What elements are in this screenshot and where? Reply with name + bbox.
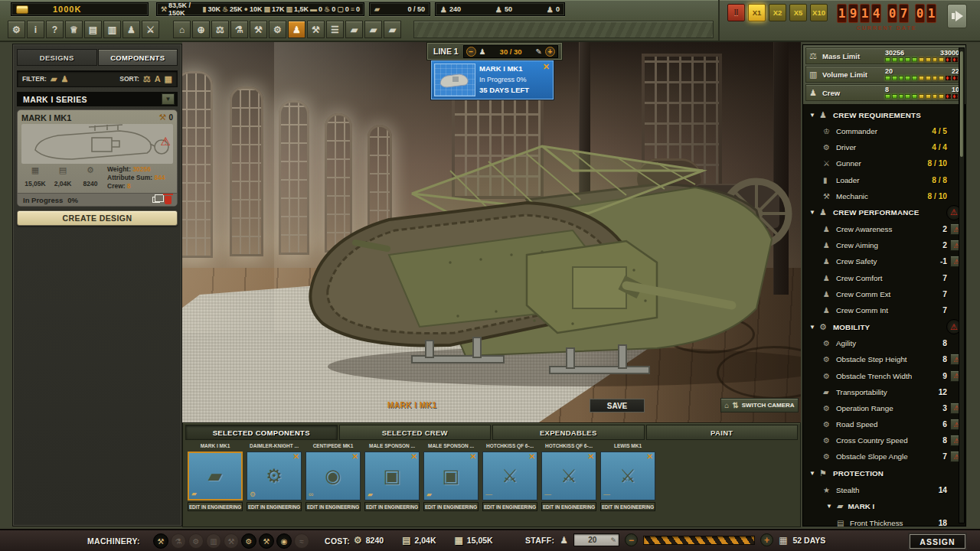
hangar-viewport[interactable]: LINE 1 − ♟ 30 / 30 ✎ + MARK I MK1 In Pro… — [182, 42, 801, 422]
decrease-capacity-button[interactable]: − — [466, 47, 476, 57]
increase-capacity-button[interactable]: + — [545, 47, 555, 57]
component-card-hotchkiss-qf-6[interactable]: HOTCHKISS QF 6-... ✕ ⚔ — EDIT IN ENGINEE… — [482, 443, 537, 511]
section-protection[interactable]: ▼ ⚑ PROTECTION — [803, 465, 965, 482]
toolbar-maintenance-button[interactable]: ⚙ — [269, 21, 286, 38]
chevron-down-icon[interactable]: ▼ — [809, 470, 815, 477]
toolbar-market-button[interactable]: ⚖ — [211, 21, 229, 38]
toolbar-newspaper-button[interactable]: ▤ — [84, 21, 102, 38]
toolbar-tank-add-button[interactable]: ▰ — [364, 21, 382, 38]
remove-component-icon[interactable]: ✕ — [470, 452, 476, 461]
component-card-mark-i-mk1[interactable]: MARK I MK1 ▰ ▰ EDIT IN ENGINEERING — [188, 443, 243, 511]
save-button[interactable]: SAVE — [590, 399, 645, 412]
tab-selected-crew[interactable]: SELECTED CREW — [339, 425, 492, 440]
tab-expendables[interactable]: EXPENDABLES — [492, 425, 645, 440]
edit-in-engineering-button[interactable]: EDIT IN ENGINEERING — [364, 502, 420, 511]
mark-i-tank-model[interactable] — [297, 140, 801, 393]
edit-line-icon[interactable]: ✎ — [536, 47, 542, 56]
chevron-down-icon[interactable]: ▼ — [826, 503, 832, 510]
edit-in-engineering-button[interactable]: EDIT IN ENGINEERING — [600, 502, 655, 511]
toolbar-tank-park-button[interactable]: ▰ — [345, 21, 363, 38]
section-crew-requirements[interactable]: ▼ ♟ CREW REQUIREMENTS — [803, 106, 965, 123]
speed-x5-button[interactable]: X5 — [789, 4, 807, 21]
section-mobility[interactable]: ▼ ⚙ MOBILITY ⚠ — [803, 318, 965, 335]
toolbar-world-map-button[interactable]: ⊕ — [192, 21, 210, 38]
machine-press-icon[interactable]: ⚙ — [241, 533, 256, 549]
chevron-down-icon[interactable]: ▼ — [809, 324, 815, 331]
toolbar-tank-remove-button[interactable]: ▰ — [384, 21, 401, 38]
subsection-mark-i[interactable]: ▼ ▰ MARK I — [803, 498, 965, 515]
component-image[interactable]: ✕ ⚔ — — [482, 452, 537, 500]
scrollbar-thumb[interactable] — [960, 51, 963, 157]
machine-furnace-icon[interactable]: ▥ — [206, 533, 221, 549]
edit-in-engineering-button[interactable]: EDIT IN ENGINEERING — [188, 502, 243, 511]
tab-components[interactable]: COMPONENTS — [98, 49, 178, 66]
chevron-down-icon[interactable]: ▼ — [809, 209, 815, 216]
tab-designs[interactable]: DESIGNS — [17, 49, 97, 66]
tab-selected-components[interactable]: SELECTED COMPONENTS — [185, 425, 338, 440]
tab-paint[interactable]: PAINT — [646, 425, 799, 440]
remove-component-icon[interactable]: ✕ — [588, 452, 594, 461]
toolbar-design-studio-button[interactable]: ♟ — [288, 21, 305, 38]
chevron-down-icon[interactable]: ▼ — [809, 112, 815, 119]
toolbar-help-button[interactable]: ? — [46, 21, 64, 38]
assign-button[interactable]: ASSIGN — [910, 534, 965, 549]
component-image[interactable]: ✕ ⚔ — — [541, 452, 596, 500]
announcements-button[interactable] — [947, 4, 967, 28]
component-card-daimler-knight[interactable]: DAIMLER-KNIGHT ... ✕ ⚙ ⚙ EDIT IN ENGINEE… — [247, 443, 302, 511]
toolbar-research-button[interactable]: ⚗ — [230, 21, 248, 38]
toolbar-info-button[interactable]: i — [27, 21, 44, 38]
speed-x10-button[interactable]: X10 — [810, 4, 828, 21]
component-image[interactable]: ✕ ▣ ▰ — [364, 452, 420, 500]
scrollbar[interactable] — [959, 47, 965, 523]
increase-staff-button[interactable]: + — [760, 533, 773, 546]
machine-drill-press-icon[interactable]: ⚗ — [171, 533, 186, 549]
toolbar-workshop-button[interactable]: ⚒ — [250, 21, 267, 38]
remove-component-icon[interactable]: ✕ — [352, 452, 358, 461]
sort-alpha-icon[interactable]: A — [155, 74, 161, 84]
edit-in-engineering-button[interactable]: EDIT IN ENGINEERING — [423, 502, 479, 511]
toolbar-factory-button[interactable]: ⌂ — [173, 21, 191, 38]
remove-component-icon[interactable]: ✕ — [411, 452, 417, 461]
chevron-down-icon[interactable]: ▼ — [162, 93, 175, 105]
component-card-male-sponson[interactable]: MALE SPONSON ... ✕ ▣ ▰ EDIT IN ENGINEERI… — [423, 443, 479, 511]
delete-design-button[interactable] — [165, 196, 172, 204]
component-image[interactable]: ▰ ▰ — [188, 452, 243, 500]
toolbar-settings-button[interactable]: ⚙ — [8, 21, 25, 38]
duplicate-design-button[interactable] — [152, 197, 160, 203]
component-image[interactable]: ✕ ▣ ▰ — [423, 452, 479, 500]
toolbar-components-button[interactable]: ☰ — [326, 21, 344, 38]
component-image[interactable]: ✕ ◉ ∞ — [305, 452, 361, 500]
component-card-centipede-mk1[interactable]: CENTIPEDE MK1 ✕ ◉ ∞ EDIT IN ENGINEERING — [305, 443, 361, 511]
machine-drill-icon[interactable]: ⚒ — [259, 533, 274, 549]
switch-camera-button[interactable]: ⌂ ⇅ SWITCH CAMERA — [720, 398, 799, 412]
speed-x2-button[interactable]: X2 — [769, 4, 786, 21]
machine-saw-icon[interactable]: ≈ — [294, 533, 309, 549]
component-card-lewis-mk1[interactable]: LEWIS MK1 ✕ ⚔ — EDIT IN ENGINEERING — [600, 443, 655, 511]
filter-crew-icon[interactable]: ♟ — [60, 74, 68, 84]
edit-in-engineering-button[interactable]: EDIT IN ENGINEERING — [305, 502, 361, 511]
machine-grinder-icon[interactable]: ⚙ — [188, 533, 204, 549]
edit-in-engineering-button[interactable]: EDIT IN ENGINEERING — [247, 502, 302, 511]
toolbar-personnel-button[interactable]: ♟ — [122, 21, 140, 38]
toolbar-achievements-button[interactable]: ♕ — [65, 21, 83, 38]
edit-in-engineering-button[interactable]: EDIT IN ENGINEERING — [482, 502, 537, 511]
pause-button[interactable]: II — [727, 4, 745, 21]
machine-forge-icon[interactable]: ⚒ — [224, 533, 239, 549]
edit-in-engineering-button[interactable]: EDIT IN ENGINEERING — [541, 502, 596, 511]
component-image[interactable]: ✕ ⚙ ⚙ — [247, 452, 302, 500]
remove-component-icon[interactable]: ✕ — [647, 452, 653, 461]
toolbar-reports-button[interactable]: ▥ — [103, 21, 121, 38]
design-card[interactable]: MARK I MK1 ⚒ 0 ⚠ ▦ 15,05K — [17, 109, 178, 207]
machine-wheel-icon[interactable]: ◉ — [276, 533, 292, 549]
component-card-hotchkiss-qf-6[interactable]: HOTCHKISS QF 6-... ✕ ⚔ — EDIT IN ENGINEE… — [541, 443, 596, 511]
component-image[interactable]: ✕ ⚔ — — [600, 452, 655, 500]
create-design-button[interactable]: CREATE DESIGN — [17, 210, 178, 226]
line-production-tooltip[interactable]: MARK I MK1 In Progress 0% 35 DAYS LEFT ✕ — [431, 60, 554, 99]
filter-type-icon[interactable]: ▰ — [51, 74, 57, 84]
staff-count-input[interactable]: 20 ✎ — [573, 533, 619, 546]
remove-component-icon[interactable]: ✕ — [529, 452, 535, 461]
speed-x1-button[interactable]: X1 — [748, 4, 766, 21]
series-header[interactable]: MARK I SERIES ▼ — [17, 92, 178, 106]
component-card-male-sponson[interactable]: MALE SPONSON ... ✕ ▣ ▰ EDIT IN ENGINEERI… — [364, 443, 420, 511]
edit-pencil-icon[interactable]: ✎ — [611, 536, 617, 544]
